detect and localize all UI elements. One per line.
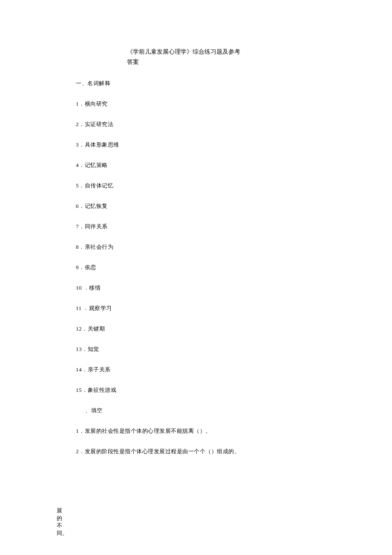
section-2-heading: 、填空 [76, 407, 392, 414]
term-item: 6．记忆恢复 [76, 202, 392, 210]
term-item: 1．横向研究 [76, 100, 392, 108]
term-item: 3．具体形象思维 [76, 141, 392, 149]
term-item: 5．自传体记忆 [76, 182, 392, 190]
term-item: 15．象征性游戏 [76, 386, 392, 394]
document-title: 《学前儿童发展心理学》综合练习题及参考 答案 [127, 47, 263, 68]
vertical-text-fragment: 展的不同。 [57, 507, 63, 537]
title-line-1: 《学前儿童发展心理学》综合练习题及参考 [127, 49, 240, 55]
term-item: 7．同伴关系 [76, 223, 392, 230]
term-item: 4．记忆策略 [76, 161, 392, 169]
section-1-heading: 一、名词解释 [76, 80, 392, 87]
fill-blank-item: 1．发展的社会性是指个体的心理发展不能脱离（）。 [76, 427, 392, 435]
term-item: 12．关键期 [76, 325, 392, 333]
term-item: 14．亲子关系 [76, 366, 392, 374]
term-item: 9．依恋 [76, 264, 392, 271]
term-item: 13．知觉 [76, 345, 392, 353]
term-item: 10 ．移情 [76, 284, 392, 292]
term-item: 2．实证研究法 [76, 121, 392, 128]
fill-blank-item: 2．发展的阶段性是指个体心理发展过程是由一个个（）组成的。 [76, 448, 392, 455]
title-line-2: 答案 [127, 59, 139, 65]
document-body: 一、名词解释 1．横向研究 2．实证研究法 3．具体形象思维 4．记忆策略 5．… [76, 80, 392, 455]
term-item: 8．亲社会行为 [76, 243, 392, 251]
term-item: 11 ．观察学习 [76, 305, 392, 312]
